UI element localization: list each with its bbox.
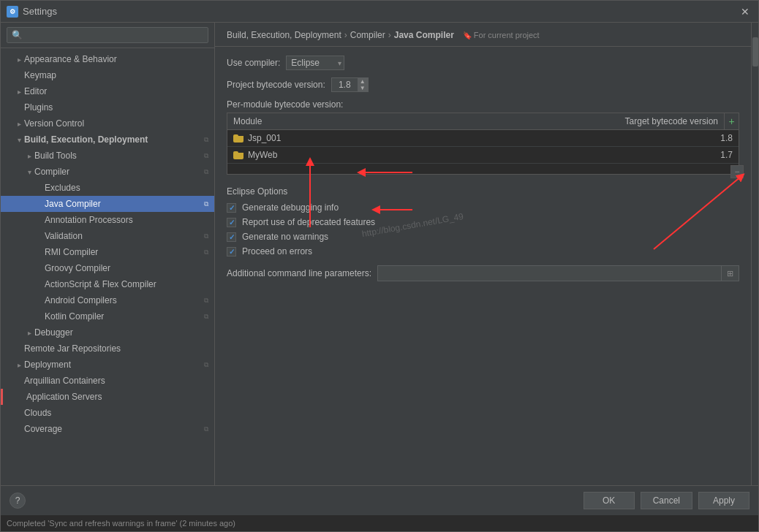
- sidebar-item-app-servers[interactable]: Application Servers: [1, 389, 214, 405]
- cmdline-expand-button[interactable]: ⊞: [722, 265, 739, 281]
- search-input[interactable]: [7, 27, 208, 43]
- sidebar-item-label: Version Control: [24, 118, 211, 129]
- apply-button[interactable]: Apply: [698, 492, 749, 509]
- sidebar-item-label: Application Servers: [26, 392, 211, 402]
- sidebar-item-actionscript[interactable]: ActionScript & Flex Compiler: [1, 276, 214, 292]
- sidebar-item-label: Build, Execution, Deployment: [24, 134, 201, 145]
- cmdline-label: Additional command line parameters:: [227, 268, 371, 278]
- checkbox-deprecated[interactable]: [227, 218, 236, 227]
- table-row: Jsp_001 1.8: [227, 130, 739, 147]
- help-button[interactable]: ?: [10, 493, 26, 509]
- checkbox-debug-label: Generate debugging info: [242, 202, 339, 213]
- table-add-button[interactable]: +: [724, 113, 739, 129]
- cmdline-row: Additional command line parameters: ⊞: [227, 265, 739, 281]
- sidebar-item-rmi[interactable]: RMI Compiler ⧉: [1, 244, 214, 260]
- sidebar-item-coverage[interactable]: Coverage ⧉: [1, 421, 214, 437]
- sidebar-item-label: Validation: [45, 231, 201, 241]
- sidebar-item-android[interactable]: Android Compilers ⧉: [1, 292, 214, 308]
- sidebar-item-keymap[interactable]: Keymap: [1, 67, 214, 83]
- sidebar-item-validation[interactable]: Validation ⧉: [1, 228, 214, 244]
- bytecode-version-label: Project bytecode version:: [227, 80, 325, 90]
- checkbox-debug[interactable]: [227, 203, 236, 213]
- copy-icon: ⧉: [201, 231, 211, 241]
- copy-icon: ⧉: [201, 424, 211, 434]
- breadcrumb-part2: Compiler: [350, 30, 385, 40]
- bytecode-version-spinner[interactable]: ▲ ▼: [358, 78, 368, 91]
- table-cell-version: 1.8: [592, 130, 739, 146]
- col-module-header: Module: [227, 113, 578, 129]
- right-scrollbar[interactable]: [751, 23, 758, 485]
- collapse-arrow: [24, 151, 34, 161]
- copy-icon: ⧉: [201, 311, 211, 322]
- collapse-arrow: [24, 327, 34, 338]
- checkbox-errors[interactable]: [227, 247, 236, 256]
- use-compiler-select[interactable]: Eclipse Javac: [286, 56, 344, 70]
- sidebar-item-version-control[interactable]: Version Control: [1, 115, 214, 132]
- col-version-header: Target bytecode version: [578, 113, 724, 129]
- folder-icon: [233, 134, 243, 142]
- sidebar-item-deployment[interactable]: Deployment ⧉: [1, 357, 214, 373]
- sidebar-item-compiler[interactable]: Compiler ⧉: [1, 164, 214, 180]
- module-table-section: Module Target bytecode version + Jsp_001: [227, 113, 739, 175]
- footer: ? OK Cancel Apply: [1, 485, 758, 515]
- ok-button[interactable]: OK: [584, 492, 635, 509]
- sidebar: Appearance & Behavior Keymap Editor Plug…: [1, 23, 215, 485]
- settings-window: ⚙ Settings ✕ Appearance & Behavior Keyma…: [0, 0, 759, 532]
- per-module-row: Per-module bytecode version:: [227, 99, 739, 110]
- folder-icon: [233, 151, 243, 159]
- settings-panel: Use compiler: Eclipse Javac ▾ Project by…: [215, 47, 751, 485]
- cancel-button[interactable]: Cancel: [641, 492, 692, 509]
- breadcrumb-current: Java Compiler: [394, 30, 454, 40]
- copy-icon: ⧉: [201, 247, 211, 257]
- sidebar-item-build-tools[interactable]: Build Tools ⧉: [1, 148, 214, 164]
- sidebar-item-label: Annotation Processors: [45, 215, 211, 225]
- sidebar-item-java-compiler[interactable]: Java Compiler ⧉: [1, 196, 214, 212]
- sidebar-item-arquillian[interactable]: Arquillian Containers: [1, 373, 214, 389]
- scrollbar-thumb: [752, 37, 758, 66]
- eclipse-options-title: Eclipse Options: [227, 186, 739, 197]
- checkbox-deprecated-label: Report use of deprecated features: [242, 217, 375, 227]
- sidebar-item-excludes[interactable]: Excludes: [1, 180, 214, 196]
- sidebar-item-label: Appearance & Behavior: [24, 54, 211, 64]
- main-panel-wrap: Build, Execution, Deployment › Compiler …: [215, 23, 751, 485]
- sidebar-item-clouds[interactable]: Clouds: [1, 405, 214, 421]
- search-box: [1, 23, 214, 48]
- sidebar-item-debugger[interactable]: Debugger: [1, 324, 214, 341]
- sidebar-item-label: Build Tools: [34, 151, 201, 161]
- cmdline-input[interactable]: [377, 265, 722, 281]
- main-panel: Build, Execution, Deployment › Compiler …: [215, 23, 751, 485]
- sidebar-item-kotlin[interactable]: Kotlin Compiler ⧉: [1, 308, 214, 324]
- sidebar-item-label: Debugger: [34, 327, 211, 338]
- collapse-arrow: [14, 118, 24, 129]
- sidebar-item-build-exec[interactable]: Build, Execution, Deployment ⧉: [1, 132, 214, 148]
- sidebar-item-label: RMI Compiler: [45, 247, 201, 257]
- sidebar-item-label: Java Compiler: [45, 199, 201, 209]
- checkbox-warnings[interactable]: [227, 232, 236, 242]
- sidebar-item-label: Clouds: [24, 408, 211, 418]
- sidebar-item-appearance[interactable]: Appearance & Behavior: [1, 51, 214, 67]
- close-button[interactable]: ✕: [738, 4, 752, 19]
- sidebar-item-groovy[interactable]: Groovy Compiler: [1, 260, 214, 276]
- sidebar-item-label: Remote Jar Repositories: [24, 343, 211, 354]
- sidebar-item-label: Coverage: [24, 424, 201, 434]
- sidebar-item-label: Keymap: [24, 70, 211, 80]
- bytecode-version-row: Project bytecode version: 1.8 ▲ ▼: [227, 77, 739, 92]
- checkbox-warnings-label: Generate no warnings: [242, 232, 328, 242]
- expand-arrow: [14, 134, 24, 145]
- checkbox-errors-row: Proceed on errors: [227, 246, 739, 256]
- titlebar: ⚙ Settings ✕: [1, 1, 758, 23]
- sidebar-item-label: Compiler: [34, 167, 201, 177]
- sidebar-item-editor[interactable]: Editor: [1, 83, 214, 99]
- table-cell-module: Jsp_001: [227, 130, 592, 146]
- table-remove-button[interactable]: −: [730, 165, 744, 178]
- breadcrumb-sep2: ›: [388, 30, 391, 40]
- module-table: Module Target bytecode version + Jsp_001: [227, 113, 739, 175]
- expand-arrow: [24, 167, 34, 177]
- use-compiler-row: Use compiler: Eclipse Javac ▾: [227, 56, 739, 70]
- sidebar-item-plugins[interactable]: Plugins: [1, 99, 214, 115]
- sidebar-item-label: ActionScript & Flex Compiler: [45, 279, 211, 289]
- sidebar-item-label: Groovy Compiler: [45, 263, 211, 273]
- sidebar-item-annotation[interactable]: Annotation Processors: [1, 212, 214, 228]
- sidebar-item-remote-jar[interactable]: Remote Jar Repositories: [1, 341, 214, 357]
- footer-left: ?: [10, 493, 578, 509]
